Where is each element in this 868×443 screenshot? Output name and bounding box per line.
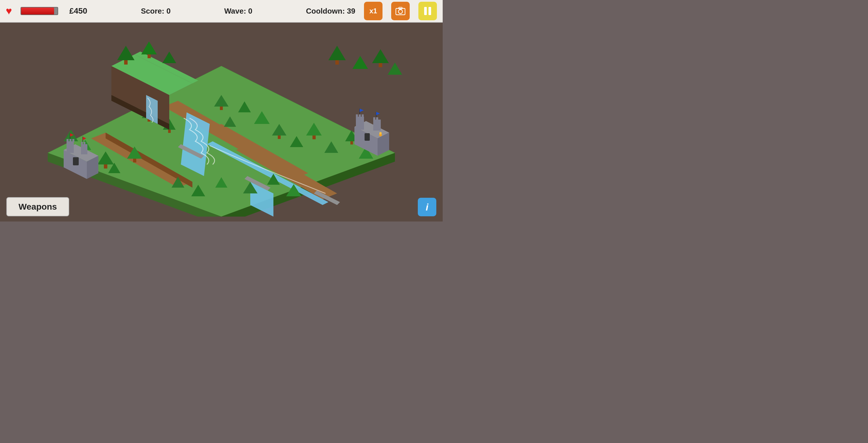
health-bar [21,7,58,15]
svg-marker-60 [141,41,157,54]
svg-rect-4 [429,7,431,15]
svg-rect-36 [312,136,316,139]
camera-icon [396,7,405,16]
info-button[interactable]: i [418,198,436,216]
svg-rect-69 [69,139,71,142]
svg-rect-3 [424,7,427,15]
svg-rect-28 [168,130,171,133]
svg-point-1 [398,9,402,13]
svg-marker-98 [372,49,389,63]
wave-display: Wave: 0 [224,7,252,16]
svg-marker-97 [352,56,368,69]
svg-rect-92 [365,133,370,141]
svg-rect-72 [84,142,85,145]
svg-marker-89 [360,109,364,112]
gold-display: £450 [69,6,87,16]
svg-rect-70 [72,139,74,142]
pause-icon [423,6,432,16]
svg-rect-83 [356,114,358,117]
hud-bar: ♥ £450 Score: 0 Wave: 0 Cooldown: 39 x1 [0,0,443,23]
svg-rect-84 [359,114,361,117]
svg-rect-82 [373,120,381,130]
cooldown-display: Cooldown: 39 [306,7,355,16]
game-area: Weapons i [0,23,443,222]
svg-rect-24 [104,165,107,169]
pause-button[interactable] [418,2,437,20]
svg-marker-100 [388,63,402,75]
svg-rect-67 [81,144,87,154]
svg-marker-58 [117,46,134,60]
speed-button[interactable]: x1 [364,2,382,20]
svg-rect-61 [148,54,151,58]
screenshot-button[interactable] [391,2,410,20]
svg-rect-71 [81,142,83,145]
svg-rect-99 [379,63,382,67]
svg-marker-62 [162,52,176,63]
svg-rect-30 [133,159,136,163]
svg-rect-68 [66,139,69,142]
svg-marker-91 [376,112,380,115]
svg-rect-39 [350,141,353,145]
svg-marker-95 [329,46,346,60]
svg-rect-87 [376,117,378,120]
svg-point-94 [379,132,382,134]
svg-rect-59 [124,60,128,65]
svg-rect-48 [220,107,223,110]
svg-rect-33 [278,136,281,139]
svg-rect-96 [335,60,339,65]
weapons-button[interactable]: Weapons [6,197,69,216]
svg-rect-85 [362,114,364,117]
svg-rect-81 [356,117,364,130]
svg-rect-77 [73,157,79,165]
svg-rect-86 [373,117,375,120]
health-bar-fill [21,7,54,14]
heart-icon: ♥ [6,6,12,16]
score-display: Score: 0 [141,7,171,16]
svg-rect-66 [66,141,74,153]
iso-map[interactable] [19,37,424,216]
